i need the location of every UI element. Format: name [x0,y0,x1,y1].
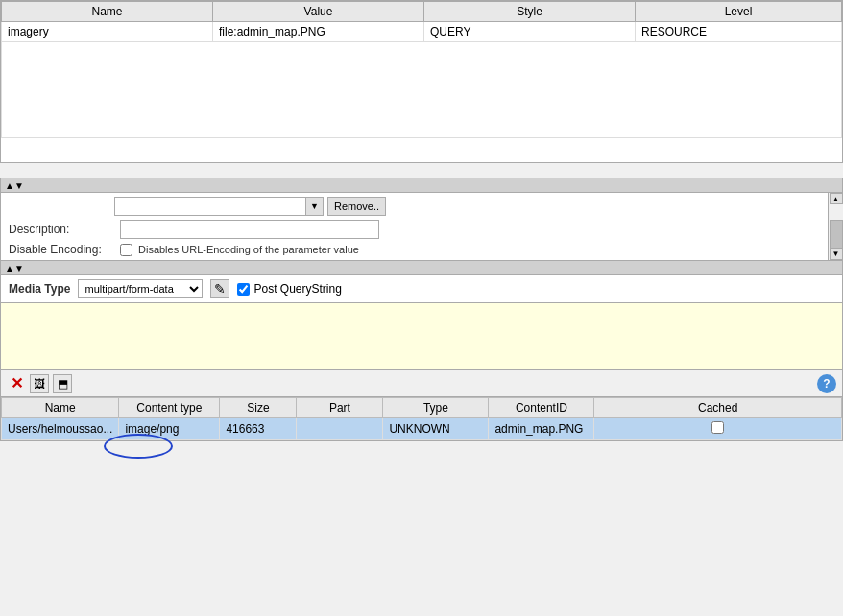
scroll-up-btn[interactable]: ▲ [830,193,843,204]
bottom-toolbar: ✕ 🖼 ⬒ ? [0,370,843,397]
top-table-section: Name Value Style Level imagery file:admi… [0,0,843,178]
delete-icon[interactable]: ✕ [7,374,26,393]
result-col-size: Size [220,398,297,418]
export-icon[interactable]: ⬒ [53,374,72,393]
results-section-wrapper: Name Content type Size Part Type Content… [0,397,843,441]
row-value: file:admin_map.PNG [213,22,424,42]
result-part [297,418,383,440]
cached-checkbox[interactable] [711,421,724,434]
row-name: imagery [2,22,213,42]
collapse-arrow-2: ▲▼ [5,263,24,273]
result-cached [594,418,842,440]
result-col-type: Type [383,398,489,418]
disable-encoding-checkbox[interactable] [120,244,132,256]
result-col-contentid: ContentID [489,398,594,418]
result-contentid: admin_map.PNG [489,418,594,440]
post-querystring-checkbox[interactable] [237,283,250,296]
results-table-section: Name Content type Size Part Type Content… [0,397,843,441]
media-type-edit-icon[interactable]: ✎ [210,279,229,298]
dropdown-arrow-btn[interactable]: ▼ [306,197,324,216]
table-row[interactable]: imagery file:admin_map.PNG QUERY RESOURC… [2,22,842,42]
empty-row [2,42,842,138]
post-qs-row: Post QueryString [237,282,341,296]
top-table-area: Name Value Style Level imagery file:admi… [0,0,843,163]
result-col-cached: Cached [594,398,842,418]
form-section: ▼ Remove.. Description: Disable Encoding… [0,193,843,260]
result-col-content-type: Content type [119,398,220,418]
collapse-bar-1[interactable]: ▲▼ [0,178,843,193]
media-type-label: Media Type [9,282,70,296]
disable-encoding-label: Disable Encoding: [9,243,114,256]
col-style: Style [424,2,636,22]
result-size: 416663 [220,418,297,440]
row-level: RESOURCE [636,22,842,42]
col-level: Level [636,2,842,22]
form-section-wrapper: ▼ Remove.. Description: Disable Encoding… [0,193,843,260]
col-value: Value [213,2,424,22]
result-col-name: Name [2,398,119,418]
help-icon[interactable]: ? [817,374,836,393]
scroll-thumb[interactable] [830,220,843,249]
scroll-down-btn[interactable]: ▼ [830,249,843,260]
disable-encoding-row: Disable Encoding: Disables URL-Encoding … [9,243,817,256]
param-dropdown-wrapper: ▼ [114,197,324,216]
add-icon[interactable]: 🖼 [30,374,49,393]
description-row: Description: [9,220,817,239]
media-type-select[interactable]: multipart/form-data [78,279,203,298]
collapse-arrow-1: ▲▼ [5,180,24,191]
media-type-section: Media Type multipart/form-data ✎ Post Qu… [0,275,843,303]
row-style: QUERY [424,22,636,42]
remove-row: ▼ Remove.. [9,197,817,216]
collapse-bar-2[interactable]: ▲▼ [0,260,843,275]
remove-button[interactable]: Remove.. [327,197,386,216]
col-name: Name [2,2,213,22]
description-input[interactable] [120,220,379,239]
yellow-area [0,303,843,370]
disable-encoding-check-label: Disables URL-Encoding of the parameter v… [138,244,359,255]
result-col-part: Part [297,398,383,418]
result-content-type: image/png [119,418,220,440]
form-inner: ▼ Remove.. Description: Disable Encoding… [1,193,825,260]
post-querystring-label: Post QueryString [253,282,341,296]
result-type: UNKNOWN [383,418,489,440]
result-name: Users/helmoussao... [2,418,119,440]
results-table: Name Content type Size Part Type Content… [1,397,842,440]
description-label: Description: [9,223,114,236]
result-row[interactable]: Users/helmoussao... image/png 416663 UNK… [2,418,842,440]
param-dropdown-input[interactable] [114,197,306,216]
parameters-table: Name Value Style Level imagery file:admi… [1,1,842,138]
scrollbar-track: ▲ ▼ [828,193,843,260]
